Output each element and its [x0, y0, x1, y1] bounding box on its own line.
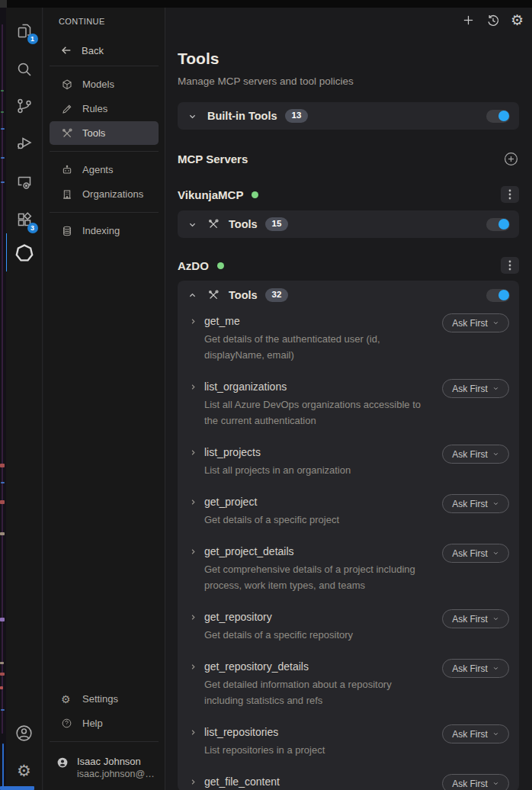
divider	[50, 151, 159, 152]
tool-name: list_organizations	[204, 381, 287, 393]
tool-description: List all projects in an organization	[204, 462, 433, 478]
toggle-knob	[498, 290, 509, 300]
plus-icon[interactable]	[461, 13, 476, 27]
server-name: VikunjaMCP	[178, 188, 243, 201]
tool-expand-row[interactable]: list_repositories	[189, 723, 442, 741]
remote-window-icon[interactable]	[14, 171, 35, 192]
add-mcp-server-button[interactable]	[503, 151, 519, 167]
tool-name: get_file_content	[204, 776, 280, 788]
divider	[50, 741, 159, 742]
account-icon[interactable]	[14, 722, 35, 743]
vikunjamcp-tools-toggle[interactable]	[486, 218, 510, 231]
tool-expand-row[interactable]: get_me	[189, 312, 442, 330]
tool-policy-dropdown[interactable]: Ask First	[442, 724, 509, 743]
tools-panel: ⚙ Tools Manage MCP servers and tool poli…	[166, 8, 532, 790]
sidebar-item-label: Indexing	[82, 225, 120, 236]
tool-description: List repositories in a project	[204, 742, 433, 758]
chevron-down-icon[interactable]	[187, 219, 198, 230]
tool-policy-dropdown[interactable]: Ask First	[442, 609, 509, 628]
builtin-tools-toggle[interactable]	[486, 110, 510, 123]
tool-policy-dropdown[interactable]: Ask First	[442, 544, 509, 563]
azdo-tools-toggle[interactable]	[486, 289, 510, 302]
tool-description: Get details of a specific repository	[204, 627, 433, 643]
avatar	[56, 756, 69, 769]
sidebar-item-rules[interactable]: Rules	[50, 97, 159, 120]
sidebar-item-label: Agents	[82, 164, 113, 175]
tool-policy-dropdown[interactable]: Ask First	[442, 445, 509, 464]
panel-actions: ⚙	[461, 13, 524, 27]
window-top-edge	[0, 0, 532, 8]
extensions-badge: 3	[27, 223, 38, 233]
chevron-down-icon[interactable]	[187, 111, 198, 122]
tools-count-badge: 15	[265, 217, 289, 231]
robot-icon	[61, 164, 73, 176]
tool-policy-dropdown[interactable]: Ask First	[442, 313, 509, 332]
tool-name: get_me	[204, 315, 240, 327]
tool-expand-row[interactable]: get_file_content	[189, 772, 442, 790]
tool-expand-row[interactable]: get_repository_details	[189, 657, 442, 676]
chevron-down-icon	[492, 550, 499, 557]
sidebar-item-tools[interactable]: Tools	[50, 121, 159, 145]
run-debug-icon[interactable]	[14, 132, 35, 153]
server-menu-button[interactable]	[501, 186, 519, 203]
explorer-files-icon[interactable]: 1	[14, 20, 35, 41]
continue-sidebar: CONTINUE Back Models Rules	[43, 8, 165, 790]
sidebar-item-settings[interactable]: ⚙ Settings	[50, 687, 159, 711]
builtin-tools-card[interactable]: Built-in Tools 13	[178, 102, 519, 130]
azdo-tools-card-header[interactable]: Tools 32	[178, 281, 519, 310]
arrow-left-icon	[60, 44, 72, 56]
tool-policy-dropdown[interactable]: Ask First	[442, 659, 509, 678]
extensions-icon[interactable]: 3	[14, 209, 35, 230]
history-icon[interactable]	[486, 13, 500, 27]
sidebar-item-help[interactable]: Help	[50, 711, 159, 735]
tool-expand-row[interactable]: get_repository	[189, 608, 442, 626]
manage-gear-icon[interactable]: ⚙	[14, 759, 35, 781]
status-dot-online	[252, 191, 258, 198]
vikunjamcp-tools-card[interactable]: Tools 15	[178, 210, 519, 238]
tool-policy-dropdown[interactable]: Ask First	[442, 774, 509, 790]
back-label: Back	[82, 45, 104, 56]
chevron-right-icon	[189, 317, 197, 326]
chevron-up-icon[interactable]	[187, 290, 198, 301]
pencil-icon	[61, 103, 73, 115]
tool-description: Get detailed information about a reposit…	[204, 676, 433, 708]
tool-name: get_repository	[204, 611, 272, 623]
tools-count-badge: 32	[265, 288, 289, 302]
page-subtitle: Manage MCP servers and tool policies	[178, 74, 519, 88]
server-menu-button[interactable]	[501, 257, 519, 274]
chevron-right-icon	[189, 498, 197, 506]
gear-icon[interactable]: ⚙	[510, 13, 524, 27]
tool-row-list-projects: list_projects List all projects in an or…	[189, 443, 509, 478]
continue-logo-icon[interactable]	[14, 242, 35, 264]
tool-expand-row[interactable]: get_project_details	[189, 542, 442, 560]
tool-row-get-project: get_project Get details of a specific pr…	[189, 493, 509, 528]
policy-label: Ask First	[452, 499, 488, 509]
sidebar-item-indexing[interactable]: Indexing	[50, 219, 159, 242]
tool-expand-row[interactable]: list_organizations	[189, 377, 442, 396]
source-control-icon[interactable]	[14, 95, 35, 117]
explorer-badge: 1	[27, 34, 38, 44]
sidebar-item-organizations[interactable]: Organizations	[50, 182, 159, 206]
activity-bar: 1 3	[6, 8, 43, 790]
sidebar-footer: ⚙ Settings Help Is	[43, 686, 165, 785]
chevron-right-icon	[189, 778, 197, 786]
builtin-tools-label: Built-in Tools	[207, 110, 277, 122]
chevron-right-icon	[189, 448, 197, 457]
tool-policy-dropdown[interactable]: Ask First	[442, 379, 509, 398]
tool-description: Get comprehensive details of a project i…	[204, 561, 433, 593]
toggle-knob	[498, 111, 509, 121]
tool-row-get-file-content: get_file_content Get content of a file o…	[189, 772, 509, 790]
background-editor-sliver	[0, 8, 6, 790]
tool-policy-dropdown[interactable]: Ask First	[442, 494, 509, 513]
tool-row-get-repository: get_repository Get details of a specific…	[189, 608, 509, 643]
back-button[interactable]: Back	[43, 41, 165, 59]
sidebar-item-agents[interactable]: Agents	[50, 158, 159, 181]
tool-expand-row[interactable]: get_project	[189, 493, 442, 511]
tool-name: get_project_details	[204, 545, 294, 557]
sidebar-item-label: Tools	[82, 127, 105, 139]
tool-expand-row[interactable]: list_projects	[189, 443, 442, 461]
account-row[interactable]: Isaac Johnson isaac.johnson@…	[43, 748, 165, 785]
search-icon[interactable]	[14, 59, 35, 80]
sidebar-item-models[interactable]: Models	[50, 72, 159, 96]
building-icon	[61, 188, 73, 201]
